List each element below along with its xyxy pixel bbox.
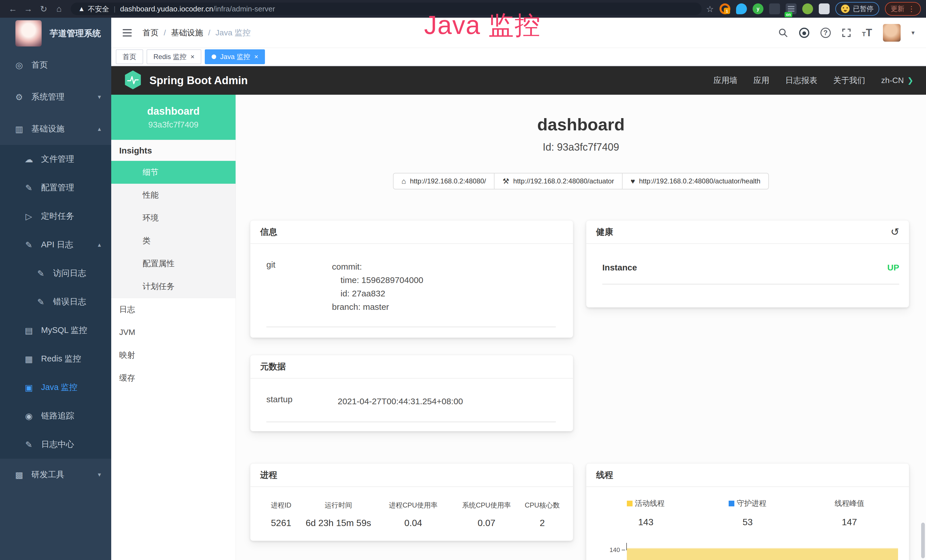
ext-grid-icon[interactable]	[769, 3, 780, 14]
tab-home[interactable]: 首页	[116, 49, 143, 64]
app-sidebar: 芋道管理系统 ◎ 首页 ⚙ 系统管理 ▾ ▥ 基础设施 ▴ ☁ 文件管理 ✎ 配…	[0, 18, 111, 560]
health-instance-label: Instance	[602, 263, 637, 272]
cell-value: 0.07	[453, 518, 520, 528]
row-divider	[266, 422, 556, 422]
sidebar-item-config[interactable]: ✎ 配置管理	[0, 173, 111, 202]
address-bar[interactable]: ▲ 不安全 | dashboard.yudao.iocoder.cn/infra…	[71, 3, 702, 15]
cell-value: 5261	[259, 518, 303, 528]
threads-card: 线程 活动线程 守护进程 线程峰值 143 53 147	[586, 463, 909, 560]
ext-orange-icon[interactable]: 1	[720, 3, 730, 14]
sidebar-item-label: 首页	[31, 59, 48, 71]
url-path: /infra/admin-server	[213, 5, 275, 14]
log-edit-icon: ✎	[35, 297, 47, 307]
sidebar-item-infra[interactable]: ▥ 基础设施 ▴	[0, 113, 111, 145]
nav-item-metrics[interactable]: 性能	[111, 184, 236, 207]
sidebar-item-api-log[interactable]: ✎ API 日志 ▴	[0, 230, 111, 259]
sba-nav-wallboard[interactable]: 应用墙	[714, 75, 737, 86]
breadcrumb-home[interactable]: 首页	[142, 27, 159, 38]
nav-item-scheduled-tasks[interactable]: 计划任务	[111, 275, 236, 298]
actuator-url-button[interactable]: ⚒ http://192.168.0.2:48080/actuator	[494, 173, 623, 189]
sba-nav-journal[interactable]: 日志报表	[785, 75, 817, 86]
forward-icon[interactable]: →	[21, 4, 36, 14]
paused-pill[interactable]: 已暂停	[835, 2, 879, 16]
edit-icon: ✎	[23, 183, 35, 193]
ext-pin-icon[interactable]	[736, 3, 747, 14]
paused-face-icon	[841, 5, 850, 13]
history-icon[interactable]: ↺	[891, 226, 899, 238]
process-card: 进程 进程ID 运行时间 进程CPU使用率 系统CPU使用率 CPU核心数 52…	[250, 463, 573, 541]
sidebar-item-label: 配置管理	[41, 182, 74, 194]
card-title: 元数据	[260, 361, 286, 372]
sidebar-item-mysql[interactable]: ▤ MySQL 监控	[0, 316, 111, 345]
instance-header[interactable]: dashboard 93a3fc7f7409	[111, 95, 236, 140]
overflow-menu-icon[interactable]: ⋮	[908, 5, 915, 14]
nav-item-details[interactable]: 细节	[111, 161, 236, 184]
bookmark-star-icon[interactable]: ☆	[706, 4, 714, 14]
sidebar-item-devtools[interactable]: ▩ 研发工具 ▾	[0, 459, 111, 491]
caret-down-icon[interactable]: ▾	[911, 29, 915, 36]
breadcrumb-infra[interactable]: 基础设施	[171, 27, 203, 38]
service-url-button[interactable]: ⌂ http://192.168.0.2:48080/	[393, 173, 495, 189]
health-url-button[interactable]: ♥ http://192.168.0.2:48080/actuator/heal…	[622, 173, 769, 189]
sidebar-item-access-log[interactable]: ✎ 访问日志	[0, 259, 111, 288]
nav-item-classes[interactable]: 类	[111, 229, 236, 252]
infra-submenu: ☁ 文件管理 ✎ 配置管理 ▷︎ 定时任务 ✎ API 日志 ▴ ✎ 访问日志 …	[0, 145, 111, 459]
sba-nav-applications[interactable]: 应用	[754, 75, 769, 86]
sidebar-item-label: Redis 监控	[41, 353, 81, 365]
search-icon[interactable]	[778, 28, 788, 38]
y-axis-tick: 140	[595, 546, 620, 554]
sidebar-item-system[interactable]: ⚙ 系统管理 ▾	[0, 81, 111, 113]
cloud-upload-icon: ☁	[23, 154, 35, 164]
nav-item-mappings[interactable]: 映射	[111, 344, 236, 366]
github-icon[interactable]	[799, 27, 809, 38]
hamburger-icon[interactable]	[123, 29, 132, 36]
sidebar-item-jobs[interactable]: ▷︎ 定时任务	[0, 202, 111, 230]
sidebar-item-files[interactable]: ☁ 文件管理	[0, 145, 111, 173]
font-size-icon[interactable]: TT	[862, 27, 872, 39]
ext-tabs-icon[interactable]: on	[786, 3, 796, 14]
sidebar-item-redis[interactable]: ▦ Redis 监控	[0, 345, 111, 373]
info-value: commit: time: 1596289704000 id: 27aa832 …	[332, 260, 556, 313]
ext-green-icon[interactable]: y	[753, 3, 763, 14]
nav-item-caches[interactable]: 缓存	[111, 366, 236, 389]
back-icon[interactable]: ←	[5, 4, 21, 14]
sba-brand-name: Spring Boot Admin	[150, 74, 248, 87]
instance-name: dashboard	[147, 105, 200, 117]
reload-icon[interactable]: ↻	[36, 4, 51, 14]
nav-item-environment[interactable]: 环境	[111, 207, 236, 229]
tab-close-icon[interactable]: ×	[254, 53, 258, 60]
sba-logo-icon	[124, 70, 142, 91]
sba-nav-about[interactable]: 关于我们	[833, 75, 865, 86]
sba-brand[interactable]: Spring Boot Admin	[124, 70, 248, 91]
sidebar-item-java-monitor[interactable]: ▣ Java 监控	[0, 373, 111, 402]
extensions-puzzle-icon[interactable]	[819, 3, 830, 14]
home-icon[interactable]: ⌂	[51, 4, 67, 14]
threads-chart: 140 120 100	[595, 538, 900, 560]
sidebar-item-trace[interactable]: ◉ 链路追踪	[0, 402, 111, 430]
tab-close-icon[interactable]: ×	[191, 53, 195, 60]
nav-item-label: 类	[142, 235, 151, 246]
help-icon[interactable]: ?	[820, 28, 831, 38]
sidebar-item-label: 链路追踪	[41, 410, 74, 422]
sidebar-item-home[interactable]: ◎ 首页	[0, 49, 111, 81]
sidebar-item-error-log[interactable]: ✎ 错误日志	[0, 288, 111, 316]
col-header: 进程ID	[259, 501, 303, 510]
sidebar-item-label: Java 监控	[41, 382, 77, 393]
sidebar-item-log-center[interactable]: ✎ 日志中心	[0, 430, 111, 459]
fullscreen-icon[interactable]	[841, 28, 851, 38]
app-logo-row[interactable]: 芋道管理系统	[0, 18, 111, 49]
legend-value: 143	[595, 517, 697, 527]
tab-redis-monitor[interactable]: Redis 监控 ×	[147, 49, 201, 64]
locale-selector[interactable]: zh-CN ❯︎	[881, 76, 914, 85]
nav-item-config-props[interactable]: 配置属性	[111, 252, 236, 275]
nav-item-jvm[interactable]: JVM	[111, 321, 236, 344]
tab-label: Java 监控	[220, 52, 250, 61]
tab-java-monitor[interactable]: Java 监控 ×	[205, 49, 265, 64]
update-button[interactable]: 更新 ⋮	[885, 2, 921, 16]
ext-leaf-icon[interactable]	[802, 3, 813, 14]
card-title: 线程	[596, 469, 613, 481]
avatar[interactable]	[883, 24, 900, 42]
scrollbar-thumb[interactable]	[921, 523, 925, 558]
nav-item-logs[interactable]: 日志	[111, 298, 236, 321]
timer-icon: ▷︎	[23, 211, 35, 221]
